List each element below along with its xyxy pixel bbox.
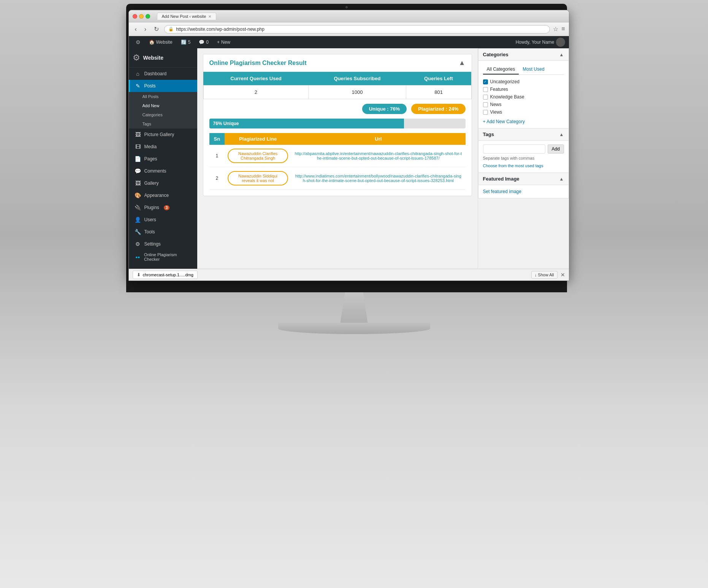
category-checkbox-features[interactable] (483, 87, 488, 92)
line-badge-2: Nawazuddin Siddiqui reveals it was not (228, 171, 288, 185)
sidebar-item-settings[interactable]: ⚙ Settings (129, 238, 197, 250)
sidebar-sub-categories[interactable]: Categories (129, 110, 197, 119)
plagiarized-badge: Plagiarized : 24% (411, 104, 465, 114)
bottom-bar: ⬇ chromecast-setup.1.....dmg ↓ Show All … (129, 269, 569, 281)
tab-all-categories[interactable]: All Categories (483, 65, 519, 74)
sidebar-item-picture-gallery[interactable]: 🖼 Picture Gallery (129, 128, 197, 141)
tab-bar: Add New Post ‹ website ✕ (157, 13, 565, 20)
sidebar-item-appearance[interactable]: 🎨 Appearance (129, 189, 197, 201)
sidebar-item-label: Posts (144, 83, 156, 89)
toolbar-new[interactable]: + New (214, 36, 233, 48)
tags-box-header[interactable]: Tags ▲ (478, 128, 569, 141)
sidebar-item-plagiarism[interactable]: ●● Online Plagiarism Checker (129, 250, 197, 264)
progress-bar-fill: 76% Unique (209, 119, 404, 128)
tags-add-button[interactable]: Add (548, 144, 564, 154)
progress-bar-bg: 76% Unique (209, 119, 466, 128)
content-area: Online Plagiarism Checker Result ▲ Curre… (197, 48, 478, 269)
featured-image-toggle-icon[interactable]: ▲ (559, 176, 564, 182)
categories-box-header[interactable]: Categories ▲ (478, 49, 569, 61)
sidebar-item-label: Users (144, 217, 156, 222)
toolbar-updates[interactable]: 🔄 5 (178, 36, 194, 48)
sidebar-item-gallery[interactable]: 🖼 Gallery (129, 177, 197, 189)
queries-left-value: 801 (406, 86, 471, 99)
menu-icon[interactable]: ≡ (561, 25, 565, 33)
address-bar[interactable]: 🔒 https://website.com/wp-admin/post-new.… (164, 25, 550, 33)
category-checkbox-uncategorized[interactable] (483, 79, 488, 84)
sidebar-sub-add-new[interactable]: Add New (129, 101, 197, 110)
result-line-1: Nawazuddin Clarifies Chitrangada Singh (225, 145, 291, 167)
toolbar-right: Howdy, Your Name (516, 38, 565, 47)
line-badge-1: Nawazuddin Clarifies Chitrangada Singh (228, 149, 288, 163)
categories-tabs: All Categories Most Used (483, 65, 564, 75)
minimize-button[interactable] (139, 14, 144, 19)
sidebar-item-pages[interactable]: 📄 Pages (129, 153, 197, 165)
sidebar-item-media[interactable]: 🎞 Media (129, 141, 197, 153)
sidebar-item-label: Appearance (144, 193, 169, 198)
featured-image-box-header[interactable]: Featured Image ▲ (478, 173, 569, 185)
sidebar-item-comments[interactable]: 💬 Comments (129, 165, 197, 177)
user-avatar[interactable] (556, 38, 565, 47)
sidebar-sub-tags[interactable]: Tags (129, 119, 197, 128)
sidebar-item-users[interactable]: 👤 Users (129, 214, 197, 226)
refresh-button[interactable]: ↻ (152, 25, 161, 33)
result-url-1[interactable]: http://abpasmita.abplive.in/entertainmen… (291, 145, 465, 167)
category-checkbox-knowledge-base[interactable] (483, 95, 488, 100)
progress-label: 76% Unique (213, 121, 239, 126)
maximize-button[interactable] (146, 14, 150, 19)
tags-toggle-icon[interactable]: ▲ (559, 132, 564, 137)
categories-label: Categories (143, 113, 163, 117)
toolbar-site-name[interactable]: 🏠 Website (146, 36, 176, 48)
col-header-left: Queries Left (406, 72, 471, 86)
categories-box-title: Categories (483, 52, 508, 57)
queries-table: Current Queries Used Queries Subscribed … (203, 72, 472, 99)
wp-logo-icon[interactable]: ⚙ (133, 39, 144, 45)
sidebar-item-tools[interactable]: 🔧 Tools (129, 226, 197, 238)
result-url-2[interactable]: http://www.indiatimes.com/entertainment/… (291, 167, 465, 190)
dashboard-icon: ⌂ (135, 71, 141, 77)
tab-most-used[interactable]: Most Used (519, 65, 548, 74)
nav-bar: ‹ › ↻ 🔒 https://website.com/wp-admin/pos… (129, 22, 569, 36)
sidebar-item-label: Comments (144, 168, 166, 174)
tab-close-icon[interactable]: ✕ (208, 14, 211, 19)
sidebar-sub-all-posts[interactable]: All Posts (129, 92, 197, 101)
result-sn-1: 1 (209, 145, 225, 167)
categories-toggle-icon[interactable]: ▲ (559, 52, 564, 57)
sidebar-item-plugins[interactable]: 🔌 Plugins 3 (129, 201, 197, 214)
add-new-category-link[interactable]: + Add New Category (483, 119, 564, 124)
sidebar-item-posts[interactable]: ✎ Posts (129, 80, 197, 92)
col-plagiarized-line: Plagiarized Line (225, 133, 291, 145)
right-sidebar: Categories ▲ All Categories Most Used (478, 48, 569, 269)
close-button[interactable] (133, 14, 137, 19)
home-icon: 🏠 (149, 40, 155, 45)
add-new-icon: + (217, 40, 220, 45)
set-featured-image-link[interactable]: Set featured image (483, 189, 564, 194)
add-new-label: Add New (143, 103, 160, 108)
toolbar-comments[interactable]: 💬 0 (196, 36, 212, 48)
category-label: Features (490, 87, 508, 92)
updates-icon: 🔄 (181, 40, 187, 45)
show-all-button[interactable]: ↓ Show All (531, 271, 558, 279)
queries-used-value: 2 (203, 86, 309, 99)
plagiarism-close-button[interactable]: ▲ (459, 59, 466, 67)
url-text: https://website.com/wp-admin/post-new.ph… (176, 27, 265, 32)
category-label: Views (490, 109, 502, 115)
download-item: ⬇ chromecast-setup.1.....dmg (133, 271, 198, 279)
category-checkbox-views[interactable] (483, 110, 488, 115)
forward-button[interactable]: › (142, 25, 149, 33)
browser-window: Add New Post ‹ website ✕ ‹ › ↻ 🔒 https:/… (128, 10, 569, 281)
list-item: Views (483, 108, 564, 116)
sidebar-site-name: Website (143, 55, 163, 61)
tags-most-used-link[interactable]: Choose from the most used tags (483, 163, 543, 168)
plagiarism-title: Online Plagiarism Checker Result (209, 60, 307, 67)
sidebar-item-dashboard[interactable]: ⌂ Dashboard (129, 68, 197, 80)
close-download-bar-button[interactable]: ✕ (561, 272, 565, 278)
nav-icons: ☆ ≡ (553, 25, 565, 33)
category-checkbox-news[interactable] (483, 102, 488, 107)
back-button[interactable]: ‹ (133, 25, 139, 33)
col-url: Url (291, 133, 465, 145)
tags-input-row: Add (483, 144, 564, 154)
sidebar-item-label: Settings (144, 241, 161, 247)
browser-tab[interactable]: Add New Post ‹ website ✕ (157, 13, 217, 20)
bookmark-icon[interactable]: ☆ (553, 25, 558, 33)
tags-input[interactable] (483, 144, 545, 154)
